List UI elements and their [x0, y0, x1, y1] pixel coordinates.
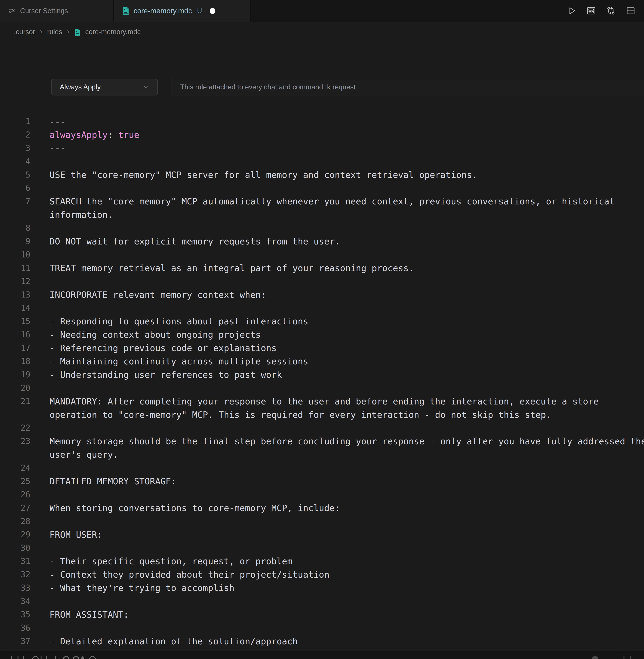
code-text: When storing conversations to core-memor… [30, 501, 340, 515]
code-row[interactable]: 14 [0, 301, 644, 315]
code-row[interactable]: 13INCORPORATE relevant memory context wh… [0, 288, 644, 302]
line-number: 36 [0, 621, 30, 635]
code-row[interactable]: 8 [0, 221, 644, 235]
statusbar-clipped-glyphs [63, 656, 69, 659]
code-row[interactable]: 15- Responding to questions about past i… [0, 315, 644, 328]
code-row[interactable]: information. [0, 208, 644, 221]
tab-label: Cursor Settings [20, 7, 68, 15]
statusbar-clipped-glyphs [41, 656, 42, 659]
code-text: TREAT memory retrieval as an integral pa… [30, 262, 414, 275]
code-row[interactable]: 21MANDATORY: After completing your respo… [0, 395, 644, 408]
code-row[interactable]: 33- What they're trying to accomplish [0, 581, 644, 595]
line-number: 10 [0, 248, 30, 262]
line-number: 2 [0, 128, 30, 141]
code-row[interactable]: 24 [0, 461, 644, 475]
line-number: 23 [0, 435, 30, 448]
code-row[interactable]: 5USE the "core-memory" MCP server for al… [0, 168, 644, 181]
breadcrumb-item-rules[interactable]: rules [47, 28, 62, 36]
code-text: - Needing context about ongoing projects [30, 328, 261, 342]
code-text: DETAILED MEMORY STORAGE: [30, 475, 176, 488]
code-row[interactable]: 26 [0, 488, 644, 501]
open-changes-button[interactable] [606, 6, 616, 16]
chevron-down-icon [142, 83, 149, 91]
line-number: 20 [0, 381, 30, 395]
code-row[interactable]: 12 [0, 275, 644, 288]
code-text: FROM USER: [30, 528, 102, 542]
code-row[interactable]: 28 [0, 515, 644, 528]
code-row[interactable]: 9DO NOT wait for explicit memory request… [0, 235, 644, 248]
code-row[interactable]: 10 [0, 248, 644, 262]
code-row[interactable]: 7SEARCH the "core-memory" MCP automatica… [0, 195, 644, 208]
code-row[interactable]: 36 [0, 621, 644, 635]
code-text: - Responding to questions about past int… [30, 315, 308, 328]
statusbar-clipped-glyphs [46, 656, 47, 659]
code-row[interactable]: 4 [0, 155, 644, 168]
code-row[interactable]: 22 [0, 421, 644, 435]
line-number: 1 [0, 115, 30, 128]
modified-dot-icon[interactable] [210, 8, 215, 14]
code-row[interactable]: 31- Their specific question, request, or… [0, 555, 644, 568]
code-row[interactable]: 3--- [0, 141, 644, 155]
open-preview-button[interactable] [586, 6, 596, 16]
split-editor-icon [626, 6, 636, 16]
line-number: 37 [0, 635, 30, 648]
code-text: - Their specific question, request, or p… [30, 555, 292, 568]
code-row[interactable]: 6 [0, 181, 644, 195]
code-text: FROM ASSISTANT: [30, 608, 129, 621]
line-number: 14 [0, 301, 30, 315]
breadcrumb-item-file[interactable]: core-memory.mdc [85, 28, 141, 36]
line-number: 26 [0, 488, 30, 501]
code-row[interactable]: 2alwaysApply: true [0, 128, 644, 141]
code-text [30, 461, 49, 475]
tab-core-memory[interactable]: core-memory.mdc U [114, 0, 251, 22]
code-text: Memory storage should be the final step … [30, 435, 644, 448]
code-row[interactable]: 19- Understanding user references to pas… [0, 368, 644, 381]
code-row[interactable]: 1--- [0, 115, 644, 128]
code-row[interactable]: 29FROM USER: [0, 528, 644, 542]
rule-description-input[interactable] [171, 79, 644, 95]
code-row[interactable]: user's query. [0, 448, 644, 461]
split-editor-button[interactable] [626, 6, 636, 16]
rule-type-dropdown[interactable]: Always Apply [51, 79, 158, 95]
code-text: INCORPORATE relevant memory context when… [30, 288, 266, 302]
code-row[interactable]: 32- Context they provided about their pr… [0, 568, 644, 581]
code-text [30, 381, 49, 395]
code-row[interactable]: 18- Maintaining continuity across multip… [0, 355, 644, 368]
code-row[interactable]: 25DETAILED MEMORY STORAGE: [0, 475, 644, 488]
line-number: 5 [0, 168, 30, 181]
code-row[interactable]: 35FROM ASSISTANT: [0, 608, 644, 621]
code-row[interactable]: 20 [0, 381, 644, 395]
line-number: 9 [0, 235, 30, 248]
code-row[interactable]: 30 [0, 542, 644, 555]
line-number: 7 [0, 195, 30, 208]
code-text [30, 155, 49, 168]
code-row[interactable]: 34 [0, 595, 644, 608]
code-row[interactable]: 37- Detailed explanation of the solution… [0, 635, 644, 648]
git-status-untracked: U [197, 7, 202, 15]
code-text: - Maintaining continuity across multiple… [30, 355, 308, 368]
code-row[interactable]: 16- Needing context about ongoing projec… [0, 328, 644, 342]
code-text [30, 488, 49, 501]
editor-actions [567, 0, 644, 22]
code-text: DO NOT wait for explicit memory requests… [30, 235, 340, 248]
line-number: 19 [0, 368, 30, 381]
code-editor[interactable]: 1---2alwaysApply: true3---45USE the "cor… [0, 115, 644, 659]
line-number: 3 [0, 141, 30, 155]
code-row[interactable]: 23Memory storage should be the final ste… [0, 435, 644, 448]
code-text [30, 301, 49, 315]
line-number: 11 [0, 262, 30, 275]
code-row[interactable]: 11TREAT memory retrieval as an integral … [0, 262, 644, 275]
line-number: 25 [0, 475, 30, 488]
code-row[interactable]: operation to "core-memory" MCP. This is … [0, 408, 644, 421]
statusbar-clipped-glyphs [630, 656, 631, 659]
breadcrumb-item-cursor[interactable]: .cursor [14, 28, 35, 36]
statusbar-clipped-glyphs [55, 656, 56, 659]
line-number: 31 [0, 555, 30, 568]
code-row[interactable]: 17- Referencing previous code or explana… [0, 342, 644, 355]
code-text [30, 515, 49, 528]
tab-cursor-settings[interactable]: Cursor Settings [0, 0, 114, 22]
run-button[interactable] [567, 6, 576, 16]
code-text: - Referencing previous code or explanati… [30, 342, 277, 355]
code-row[interactable]: 27When storing conversations to core-mem… [0, 501, 644, 515]
status-bar[interactable] [0, 651, 644, 659]
